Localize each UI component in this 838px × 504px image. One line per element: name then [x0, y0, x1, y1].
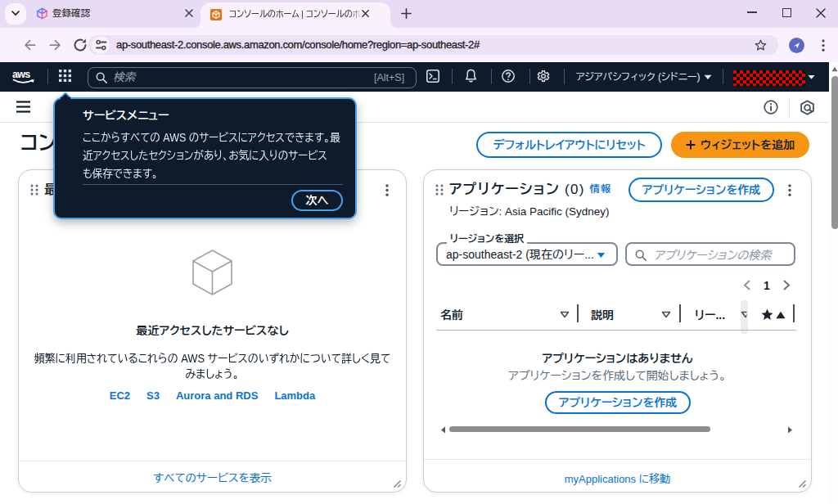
svg-text:aws: aws [12, 69, 30, 80]
